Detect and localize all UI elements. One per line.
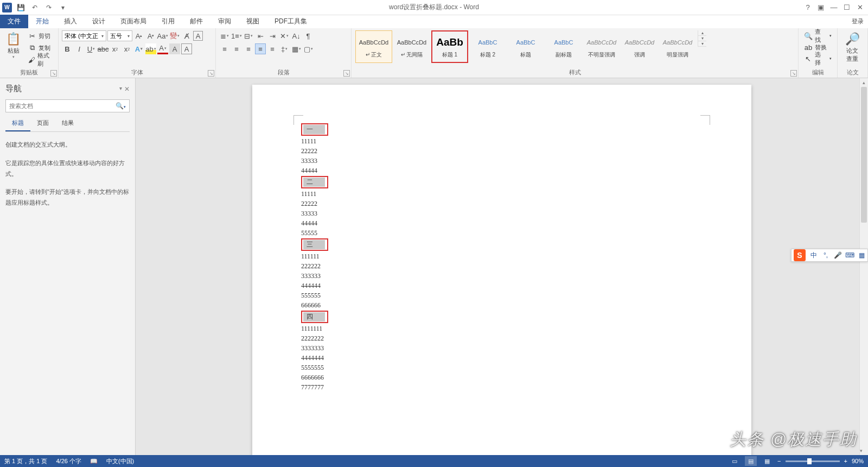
shading-icon[interactable]: ▦ xyxy=(291,43,302,54)
zoom-level[interactable]: 90% xyxy=(852,458,864,464)
tab-layout[interactable]: 页面布局 xyxy=(113,15,154,28)
status-word-count[interactable]: 4/26 个字 xyxy=(56,457,81,465)
borders-icon[interactable]: ▢ xyxy=(303,43,314,54)
shrink-font-icon[interactable]: A▾ xyxy=(145,30,156,41)
view-web-icon[interactable]: ▦ xyxy=(761,456,773,466)
doc-line[interactable]: 22222 xyxy=(301,199,703,209)
asian-layout-icon[interactable]: ✕ xyxy=(279,30,290,41)
strikethrough-icon[interactable]: abc xyxy=(98,43,108,54)
clear-formatting-icon[interactable]: A̸ xyxy=(181,30,192,41)
login-link[interactable]: 登录 xyxy=(852,17,864,26)
nav-close-icon[interactable]: ✕ xyxy=(124,85,130,93)
doc-heading[interactable]: 一 xyxy=(303,125,325,134)
show-marks-icon[interactable]: ¶ xyxy=(303,30,314,41)
change-case-icon[interactable]: Aa xyxy=(157,30,168,41)
increase-indent-icon[interactable]: ⇥ xyxy=(267,30,278,41)
gallery-down-icon[interactable]: ▾ xyxy=(698,36,706,41)
status-language[interactable]: 中文(中国) xyxy=(106,457,134,465)
gallery-more-icon[interactable]: ▾ xyxy=(698,41,706,47)
grow-font-icon[interactable]: A▴ xyxy=(133,30,144,41)
paragraph-dialog-launcher[interactable]: ↘ xyxy=(343,70,350,77)
numbering-icon[interactable]: 1≡ xyxy=(231,30,242,41)
qat-save-icon[interactable]: 💾 xyxy=(15,2,26,13)
font-dialog-launcher[interactable]: ↘ xyxy=(208,70,214,77)
view-read-icon[interactable]: ▭ xyxy=(729,456,741,466)
scroll-down-icon[interactable]: ▾ xyxy=(860,446,863,455)
font-size-combo[interactable]: 五号▾ xyxy=(107,30,132,41)
style-item-6[interactable]: AaBbCcDd不明显强调 xyxy=(583,30,620,63)
doc-line[interactable]: 22222 xyxy=(301,146,703,156)
style-item-4[interactable]: AaBbC标题 xyxy=(507,30,544,63)
style-item-2[interactable]: AaBb标题 1 xyxy=(431,30,468,63)
font-name-combo[interactable]: 宋体 (中文正▾ xyxy=(62,30,106,41)
justify-icon[interactable]: ≡ xyxy=(255,43,266,54)
ime-punct-icon[interactable]: °, xyxy=(820,249,832,261)
doc-line[interactable]: 444444 xyxy=(301,281,703,291)
align-center-icon[interactable]: ≡ xyxy=(231,43,242,54)
scroll-thumb[interactable] xyxy=(861,87,867,223)
doc-line[interactable]: 55555 xyxy=(301,228,703,238)
qat-undo-icon[interactable]: ↶ xyxy=(29,2,40,13)
style-item-8[interactable]: AaBbCcDd明显强调 xyxy=(659,30,696,63)
doc-line[interactable]: 44444 xyxy=(301,166,703,175)
doc-line[interactable]: 11111 xyxy=(301,136,703,146)
style-item-0[interactable]: AaBbCcDd↵ 正文 xyxy=(355,30,392,63)
doc-line[interactable]: 4444444 xyxy=(301,353,703,363)
help-icon[interactable]: ? xyxy=(802,2,814,14)
doc-line[interactable]: 44444 xyxy=(301,218,703,228)
doc-line[interactable]: 2222222 xyxy=(301,333,703,343)
doc-line[interactable]: 33333 xyxy=(301,156,703,166)
ime-menu-icon[interactable]: ▦ xyxy=(856,249,867,261)
ime-logo-icon[interactable]: S xyxy=(794,249,806,261)
superscript-icon[interactable]: x2 xyxy=(122,43,132,54)
view-print-icon[interactable]: ▤ xyxy=(745,456,757,466)
nav-search-box[interactable]: 🔍▾ xyxy=(5,99,130,112)
doc-line[interactable]: 222222 xyxy=(301,261,703,271)
doc-line[interactable]: 33333 xyxy=(301,209,703,218)
underline-icon[interactable]: U xyxy=(86,43,97,54)
align-right-icon[interactable]: ≡ xyxy=(243,43,254,54)
doc-line[interactable]: 6666666 xyxy=(301,373,703,382)
gallery-up-icon[interactable]: ▴ xyxy=(698,30,706,36)
paste-button[interactable]: 📋 粘贴 ▾ xyxy=(3,30,23,60)
enclose-char-icon[interactable]: A xyxy=(193,31,203,41)
document-page[interactable]: 一11111222223333344444二111112222233333444… xyxy=(252,85,751,455)
cut-button[interactable]: ✂剪切 xyxy=(25,30,55,41)
subscript-icon[interactable]: x2 xyxy=(110,43,120,54)
search-icon[interactable]: 🔍▾ xyxy=(116,102,126,110)
italic-icon[interactable]: I xyxy=(74,43,85,54)
doc-heading[interactable]: 四 xyxy=(303,312,325,321)
tab-file[interactable]: 文件 xyxy=(0,15,28,28)
ime-mode-button[interactable]: 中 xyxy=(808,249,820,261)
style-item-5[interactable]: AaBbC副标题 xyxy=(545,30,582,63)
ime-toolbar[interactable]: S 中 °, 🎤 ⌨ ▦ xyxy=(791,249,868,262)
status-proofing-icon[interactable]: 📖 xyxy=(90,458,98,465)
doc-line[interactable]: 555555 xyxy=(301,291,703,300)
distribute-icon[interactable]: ≡ xyxy=(267,43,278,54)
doc-line[interactable]: 333333 xyxy=(301,271,703,281)
style-item-3[interactable]: AaBbC标题 2 xyxy=(469,30,506,63)
tab-mailings[interactable]: 邮件 xyxy=(182,15,210,28)
tab-home[interactable]: 开始 xyxy=(28,15,56,28)
find-button[interactable]: 🔍查找▾ xyxy=(802,30,834,41)
maximize-icon[interactable]: ☐ xyxy=(841,2,853,14)
character-border-icon[interactable]: A xyxy=(181,43,192,54)
qat-customize-icon[interactable]: ▾ xyxy=(58,2,68,13)
tab-review[interactable]: 审阅 xyxy=(210,15,239,28)
scroll-up-icon[interactable]: ▴ xyxy=(860,78,868,87)
ime-keyboard-icon[interactable]: ⌨ xyxy=(844,249,856,261)
tab-design[interactable]: 设计 xyxy=(85,15,113,28)
nav-tab-pages[interactable]: 页面 xyxy=(30,117,55,131)
tab-pdf[interactable]: PDF工具集 xyxy=(267,15,315,28)
style-item-1[interactable]: AaBbCcDd↵ 无间隔 xyxy=(393,30,430,63)
thesis-check-button[interactable]: 🔎 论文 查重 xyxy=(841,30,864,64)
multilevel-list-icon[interactable]: ⊟ xyxy=(243,30,254,41)
style-item-7[interactable]: AaBbCcDd强调 xyxy=(621,30,658,63)
align-left-icon[interactable]: ≡ xyxy=(219,43,230,54)
bold-icon[interactable]: B xyxy=(62,43,73,54)
line-spacing-icon[interactable]: ‡ xyxy=(279,43,290,54)
doc-heading[interactable]: 二 xyxy=(303,178,325,187)
format-painter-button[interactable]: 🖌格式刷 xyxy=(25,54,55,65)
doc-line[interactable]: 3333333 xyxy=(301,343,703,353)
qat-redo-icon[interactable]: ↷ xyxy=(43,2,54,13)
